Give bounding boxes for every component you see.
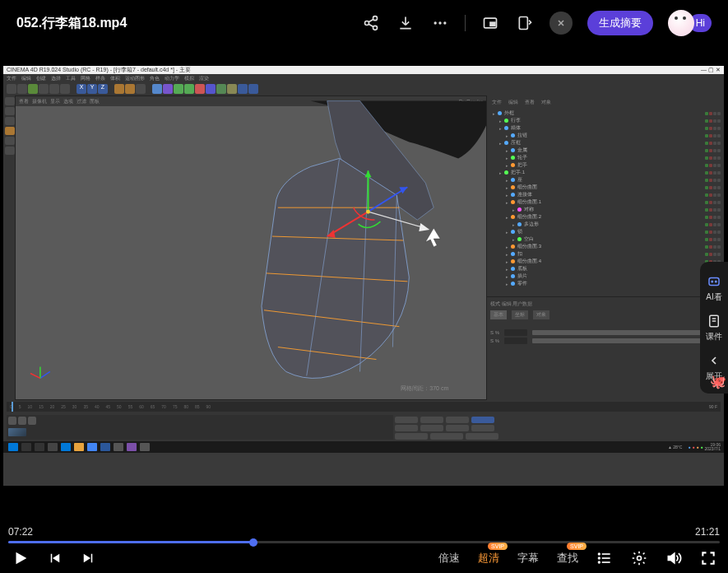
- tb-cube-icon[interactable]: [152, 84, 162, 94]
- tl-chip[interactable]: [395, 425, 418, 431]
- attrtab-coord[interactable]: 坐标: [512, 310, 528, 319]
- hierarchy-item[interactable]: ▸扣: [489, 250, 722, 258]
- tb-gen-icon[interactable]: [184, 84, 194, 94]
- tb-renderset-icon[interactable]: [125, 84, 135, 94]
- tb-cam-icon[interactable]: [216, 84, 226, 94]
- tb-y-icon[interactable]: Y: [87, 84, 97, 94]
- find-button[interactable]: 查找 SVIP: [557, 551, 578, 566]
- c4d-viewport[interactable]: 查看 摄像机 显示 选项 过滤 面板 ProRender: [15, 96, 487, 400]
- tb-env-icon[interactable]: [206, 84, 216, 94]
- close-button[interactable]: [549, 12, 573, 35]
- taskview-icon[interactable]: [35, 443, 44, 451]
- tb-scale-icon[interactable]: [60, 84, 70, 94]
- tb-tag-icon[interactable]: [238, 84, 248, 94]
- next-button[interactable]: [81, 551, 95, 566]
- tl-chip[interactable]: [395, 433, 428, 440]
- fullscreen-icon[interactable]: [700, 550, 716, 566]
- htab-obj[interactable]: 对象: [541, 99, 551, 106]
- quality-button[interactable]: 超清 SVIP: [478, 551, 499, 566]
- lt-tex-icon[interactable]: [5, 137, 15, 145]
- cast-icon[interactable]: [515, 13, 535, 33]
- tb-spline-icon[interactable]: [163, 84, 173, 94]
- attr-field[interactable]: [504, 338, 527, 344]
- htab-file[interactable]: 文件: [492, 99, 502, 106]
- hierarchy-panel[interactable]: 文件 编辑 查看 对象 ▸外框▸行李▸箱体▸拉链▸压框▸金属▸轮子▸把手▸把手.…: [487, 96, 724, 297]
- c4d-task-icon[interactable]: [114, 443, 123, 451]
- tb-z-icon[interactable]: Z: [98, 84, 108, 94]
- hierarchy-item[interactable]: ▸拉链: [489, 132, 722, 139]
- more-icon[interactable]: [430, 13, 450, 33]
- tl-btn[interactable]: [28, 417, 36, 425]
- attr-slider[interactable]: [532, 338, 721, 343]
- lt-poly-icon[interactable]: [5, 127, 15, 135]
- hierarchy-item[interactable]: ▸细分曲面.2: [489, 213, 722, 221]
- sp-ai[interactable]: AI看: [700, 268, 728, 308]
- material-editor[interactable]: [7, 415, 393, 440]
- tb-x-icon[interactable]: X: [77, 84, 86, 94]
- menu-volume[interactable]: 体积: [110, 75, 120, 82]
- menu-edit[interactable]: 编辑: [21, 75, 31, 82]
- summary-button[interactable]: 生成摘要: [587, 11, 653, 35]
- menu-mesh[interactable]: 网格: [81, 75, 90, 82]
- menu-file[interactable]: 文件: [7, 75, 16, 82]
- lt-point-icon[interactable]: [5, 107, 15, 115]
- hierarchy-item[interactable]: ▸对称: [489, 206, 722, 213]
- attrtab-basic[interactable]: 基本: [490, 310, 507, 319]
- tb-live-icon[interactable]: [28, 84, 38, 94]
- menu-mograph[interactable]: 运动图形: [125, 75, 145, 82]
- hierarchy-item[interactable]: ▸外框: [489, 109, 722, 117]
- tb-nurbs-icon[interactable]: [174, 84, 183, 94]
- start-icon[interactable]: [8, 443, 18, 451]
- volume-icon[interactable]: [665, 550, 682, 566]
- tl-chip[interactable]: [430, 433, 463, 440]
- menu-sim[interactable]: 模拟: [184, 75, 194, 82]
- hierarchy-item[interactable]: ▸金属: [489, 147, 722, 154]
- mat-chip[interactable]: [8, 428, 26, 436]
- tb-undo-icon[interactable]: [7, 84, 16, 94]
- tl-btn[interactable]: [18, 417, 26, 425]
- app-icon[interactable]: [127, 443, 137, 451]
- attrtab-obj[interactable]: 对象: [533, 310, 549, 319]
- tl-chip[interactable]: [420, 417, 443, 423]
- hierarchy-item[interactable]: ▸行李: [489, 117, 722, 124]
- hierarchy-item[interactable]: ▸座: [489, 176, 722, 184]
- hierarchy-item[interactable]: ▸零件: [489, 280, 722, 287]
- tl-chip[interactable]: [395, 417, 418, 423]
- app-icon[interactable]: [140, 443, 150, 451]
- hierarchy-item[interactable]: ▸把手.1: [489, 169, 722, 176]
- speed-button[interactable]: 倍速: [438, 551, 460, 566]
- tl-chip[interactable]: [446, 417, 469, 423]
- download-icon[interactable]: [396, 13, 415, 33]
- tb-redo-icon[interactable]: [17, 84, 27, 94]
- word-icon[interactable]: [100, 443, 110, 451]
- lt-model-icon[interactable]: [5, 97, 15, 105]
- tl-chip[interactable]: [471, 425, 494, 431]
- explorer-icon[interactable]: [48, 443, 58, 451]
- attribute-panel[interactable]: 模式 编辑 用户数据 基本 坐标 对象 S % S %: [487, 297, 724, 400]
- hierarchy-item[interactable]: ▸细分曲面: [489, 184, 722, 191]
- tb-deform-icon[interactable]: [195, 84, 205, 94]
- tb-extra-icon[interactable]: [248, 84, 258, 94]
- settings-icon[interactable]: [631, 550, 647, 566]
- tb-light-icon[interactable]: [227, 84, 237, 94]
- hierarchy-item[interactable]: ▸细分曲面.1: [489, 198, 722, 206]
- attr-field[interactable]: [504, 329, 527, 336]
- hierarchy-item[interactable]: ▸细分曲面.4: [489, 258, 722, 265]
- playhead[interactable]: [12, 402, 13, 412]
- search-icon[interactable]: [21, 443, 31, 451]
- htab-view[interactable]: 查看: [525, 99, 535, 106]
- tl-chip[interactable]: [466, 433, 498, 440]
- menu-select[interactable]: 选择: [51, 75, 61, 82]
- tl-chip[interactable]: [420, 425, 443, 431]
- menu-render[interactable]: 渲染: [199, 75, 209, 82]
- hierarchy-item[interactable]: ▸连接体: [489, 191, 722, 198]
- pip-icon[interactable]: [480, 13, 500, 33]
- tl-chip[interactable]: [471, 417, 494, 423]
- menu-spline[interactable]: 样条: [95, 75, 105, 82]
- chrome-icon[interactable]: [87, 443, 97, 451]
- timeline-ruler[interactable]: 051015202530354045505560657075808590 90 …: [7, 402, 721, 412]
- tray[interactable]: ▲ 28°C ●●●● 19:062023/7/1: [668, 443, 721, 451]
- tb-pv-icon[interactable]: [136, 84, 146, 94]
- sp-doc[interactable]: 课件: [700, 308, 728, 347]
- folder-icon[interactable]: [74, 443, 84, 451]
